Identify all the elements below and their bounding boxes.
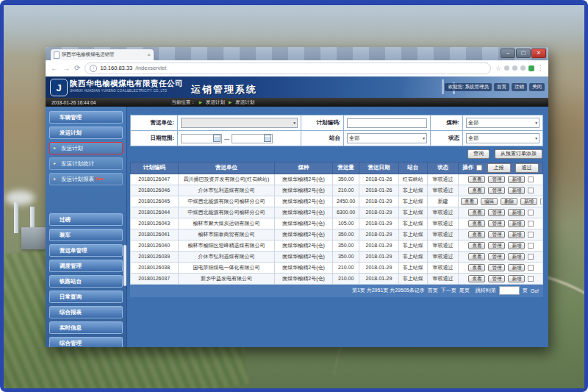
row-action-button[interactable]: 查看 [468,209,485,216]
row-action-button[interactable]: 管理 [488,220,505,227]
calendar-icon[interactable] [213,135,220,142]
row-action-button[interactable]: 新增 [508,220,525,227]
query-button[interactable]: 查询 [467,149,490,159]
nav-home-link[interactable]: 首页 [494,83,509,91]
date-from-input[interactable] [181,134,222,143]
browser-menu-icon[interactable]: ⋮ [537,65,543,71]
table-row: 20180126037新乡中益发电有限公司面煤华榆精2号(仓)210.00201… [131,273,543,284]
sidebar-item-4[interactable]: ▸发运计划报表New [49,173,123,185]
add-from-preset-button[interactable]: 从预置订单添加 [495,149,542,159]
row-action-button[interactable]: 管理 [488,264,505,271]
row-checkbox[interactable] [528,210,534,215]
sidebar-item-12[interactable]: 实时信息 [49,321,123,334]
report-button[interactable]: 上报 [487,163,511,173]
approve-button[interactable]: 通过 [515,163,539,173]
row-action-button[interactable]: 新增 [508,187,525,194]
row-action-button[interactable]: 管理 [488,253,505,260]
sidebar-item-2[interactable]: ▸发运计划 [49,142,123,154]
row-action-button[interactable]: 新增 [508,275,525,282]
extension-icon[interactable] [520,65,526,71]
refresh-icon[interactable]: ⟳ [74,65,80,72]
url-input[interactable]: i 10.160.83.33/indexservlet [85,63,491,74]
station-select[interactable]: 全部▾ [347,133,427,143]
back-icon[interactable]: ← [51,65,58,72]
row-action-button[interactable]: 查看 [468,176,485,183]
select-all-checkbox[interactable] [476,165,482,171]
row-action-button[interactable]: 新增 [508,264,525,271]
cell-station: 非上站煤 [398,196,427,207]
go-button[interactable]: Go! [531,288,539,293]
row-action-button[interactable]: 查看 [468,264,485,271]
sidebar-item-8[interactable]: 调度管理 [49,260,123,272]
row-checkbox[interactable] [528,276,534,282]
site-info-icon[interactable]: i [90,65,97,72]
row-action-button[interactable]: 删除 [501,198,517,205]
row-action-button[interactable]: 管理 [488,275,505,282]
row-action-button[interactable]: 新增 [508,176,525,183]
row-action-button[interactable]: 查看 [468,220,485,227]
unit-select[interactable]: ▾ [181,118,298,128]
browser-tab[interactable]: 陕西华电榆横煤电运销管 × [51,49,154,60]
breadcrumb-item[interactable]: 发运计划 [235,99,254,106]
row-action-button[interactable]: 新增 [520,198,537,205]
close-button[interactable]: ✕ [531,49,546,58]
calendar-icon[interactable] [264,135,271,142]
sidebar-item-1[interactable]: 发运计划 [49,126,123,139]
plan-code-input[interactable] [347,118,427,128]
row-checkbox[interactable] [528,232,534,238]
row-action-button[interactable]: 管理 [488,209,505,216]
sidebar-scrollbar[interactable] [123,245,126,286]
status-select[interactable]: 全部▾ [466,133,539,143]
jump-page-input[interactable] [499,286,520,295]
maximize-button[interactable]: ▢ [516,49,531,58]
bookmark-star-icon[interactable]: ☆ [495,65,501,72]
row-checkbox[interactable] [528,243,534,249]
row-action-button[interactable]: 管理 [488,231,505,238]
sidebar-item-0[interactable]: 车辆管理 [49,111,123,124]
row-checkbox[interactable] [528,254,534,260]
row-action-button[interactable]: 新增 [508,231,525,238]
row-action-button[interactable]: 新增 [508,242,525,249]
row-action-button[interactable]: 查看 [468,231,485,238]
sidebar-item-5[interactable]: 过磅 [49,213,123,226]
row-action-button[interactable]: 编辑 [481,198,498,205]
row-checkbox[interactable] [528,177,534,182]
row-action-button[interactable]: 查看 [461,198,478,205]
pagination-link[interactable]: 首页 [428,288,438,293]
extension-green-icon[interactable] [528,65,534,71]
row-action-button[interactable]: 查看 [468,275,485,282]
sidebar-item-6[interactable]: 装车 [49,229,123,241]
sidebar-item-11[interactable]: 综合报表 [49,306,123,318]
row-action-button[interactable]: 管理 [488,242,505,249]
forward-icon[interactable]: → [62,65,70,72]
sidebar-item-10[interactable]: 日常查询 [49,291,123,303]
coal-select[interactable]: 全部▾ [466,118,539,128]
tab-close-icon[interactable]: × [147,52,151,58]
extension-icon[interactable] [512,65,517,71]
sidebar-item-13[interactable]: 综合管理 [49,337,123,347]
date-to-input[interactable] [232,134,273,143]
row-checkbox[interactable] [528,265,534,271]
row-action-button[interactable]: 查看 [468,253,485,260]
row-action-button[interactable]: 新增 [508,209,525,216]
sidebar-item-3[interactable]: ▸发运计划统计 [49,157,123,170]
sidebar-item-9[interactable]: 铁路站台 [49,275,123,288]
pagination-link[interactable]: 尾页 [459,288,470,293]
extension-icon[interactable] [504,65,509,71]
row-action-button[interactable]: 查看 [468,242,485,249]
row-action-button[interactable]: 管理 [488,176,505,183]
minimize-button[interactable]: – [501,49,515,58]
row-checkbox[interactable] [528,221,534,227]
sidebar-item-7[interactable]: 营运单管理 [49,244,123,257]
nav-close-link[interactable]: 关闭 [529,83,545,91]
breadcrumb-item[interactable]: 发运计划 [206,99,225,106]
row-action-button[interactable]: 管理 [488,187,505,194]
pagination-link[interactable]: 下一页 [441,288,456,293]
nav-logout-link[interactable]: 注销 [512,83,527,91]
cell-actions: 查看管理新增 [458,229,542,240]
cell-quantity: 210.00 [332,273,359,284]
row-checkbox[interactable] [540,199,543,204]
row-checkbox[interactable] [528,188,534,193]
row-action-button[interactable]: 新增 [508,253,525,260]
row-action-button[interactable]: 查看 [468,187,485,194]
